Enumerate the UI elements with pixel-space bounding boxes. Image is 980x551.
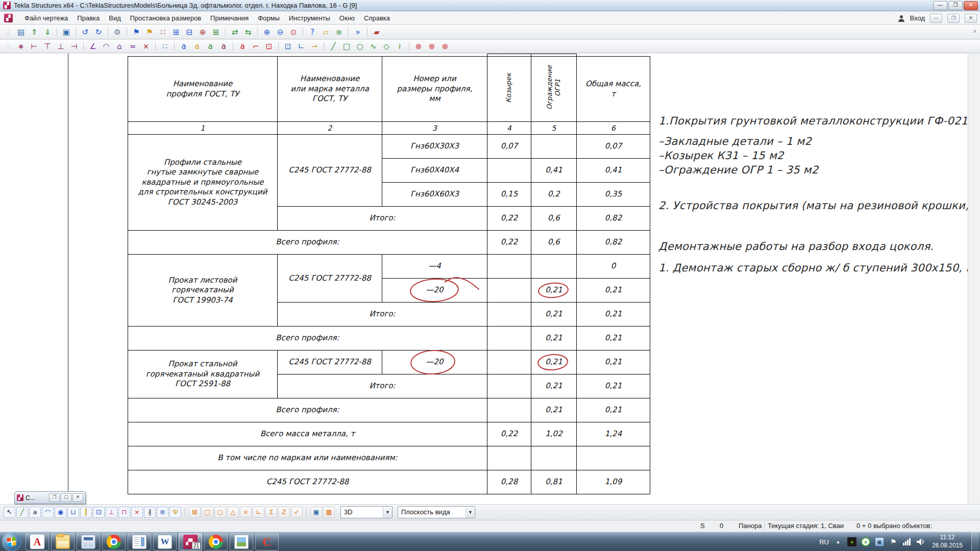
network-icon[interactable]	[902, 537, 912, 546]
spline-tool-icon[interactable]: ≀	[394, 41, 406, 52]
view-mode-select[interactable]: 3D	[340, 506, 393, 518]
taskbar-corel-draw-button[interactable]	[255, 533, 279, 550]
snap-confirm-icon[interactable]: ✓	[291, 507, 303, 518]
taskbar-calculator-button[interactable]	[77, 533, 100, 550]
snap-free-icon[interactable]: ╱	[16, 507, 28, 518]
child-minimize-button[interactable]	[930, 14, 942, 23]
mark-level-icon[interactable]: ⌂	[113, 41, 126, 52]
taskbar-photo-viewer-button[interactable]	[230, 533, 253, 550]
show-desktop-button[interactable]	[971, 532, 979, 551]
toolbar-overflow-chevron[interactable]: ›	[973, 27, 976, 35]
snap-cross-icon[interactable]: ×	[240, 507, 252, 518]
mark-arc-icon[interactable]: ◠	[100, 41, 112, 52]
fit-work-area-icon[interactable]: ⊞	[170, 27, 182, 38]
taskbar-explorer-button[interactable]	[51, 533, 75, 550]
taskbar-word-button[interactable]	[153, 533, 177, 550]
snap-intersection-icon[interactable]: ×	[131, 507, 143, 518]
dimension-add-icon[interactable]: ∗	[15, 41, 27, 52]
polygon-tool-icon[interactable]: ◇	[380, 41, 393, 52]
snap-corner-icon[interactable]: ∟	[253, 507, 264, 518]
snap-frame-icon[interactable]: ⊡	[93, 507, 105, 518]
origin-point-icon[interactable]: ⊕	[197, 27, 209, 38]
minimize-button[interactable]	[933, 1, 947, 10]
login-link[interactable]: Вход	[910, 14, 925, 22]
antivirus-tray-icon[interactable]	[861, 537, 870, 546]
hidden-icons-button[interactable]	[834, 537, 843, 546]
start-button[interactable]	[2, 532, 21, 551]
save-drawing-icon[interactable]: ⇓	[41, 27, 54, 38]
remote-app-tray-icon[interactable]	[875, 537, 884, 546]
text-frame-icon[interactable]: a	[217, 41, 230, 52]
dimension-vertical-icon[interactable]: ⊢	[28, 41, 40, 52]
mark-weld-icon[interactable]: ≈	[127, 41, 139, 52]
text-red-frame-icon[interactable]: ⊡	[263, 41, 275, 52]
view-plane-select[interactable]: Плоскость вида	[398, 506, 475, 518]
taskbar-chrome-button[interactable]	[102, 533, 126, 550]
zoom-out-icon[interactable]: ⊖	[274, 27, 286, 38]
mini-restore-button[interactable]	[49, 493, 60, 502]
drawing-wizard-icon[interactable]: ⚙	[111, 27, 124, 38]
dimension-horizontal-icon[interactable]: ⊤	[41, 41, 54, 52]
text-red-leader-icon[interactable]: ⌐	[250, 41, 262, 52]
drawing-list-icon[interactable]: ≡	[333, 27, 345, 38]
text-leader-icon[interactable]: a	[204, 41, 216, 52]
view-toggle-b-icon[interactable]: ▦	[323, 507, 335, 518]
dimension-remove-icon[interactable]: ⊣	[68, 41, 80, 52]
snap-bracket-icon[interactable]: ⊓	[118, 507, 130, 518]
snap-text-icon[interactable]: a	[29, 507, 41, 518]
menu-dimensioning[interactable]: Простановка размеров	[126, 13, 206, 23]
menu-annotations[interactable]: Примечания	[206, 13, 253, 23]
vertical-scrollbar[interactable]	[968, 54, 980, 504]
zoom-previous-icon[interactable]: ⊙	[287, 27, 300, 38]
volume-icon[interactable]	[916, 537, 925, 546]
mark-angle-icon[interactable]: ∠	[87, 41, 99, 52]
select-arrow-icon[interactable]: ↖	[4, 507, 15, 518]
snapshot-points-icon[interactable]: ∷	[157, 27, 169, 38]
undo-icon[interactable]: ↺	[79, 27, 91, 38]
unlink-all-icon[interactable]: ⊗	[439, 41, 451, 52]
open-model-folder-icon[interactable]: ▱	[320, 27, 332, 38]
new-drawing-icon[interactable]: ▤	[15, 27, 27, 38]
snap-gravity-icon[interactable]: ┃	[80, 507, 92, 518]
grid-dimension-icon[interactable]: ∷	[159, 41, 171, 52]
add-symbol-icon[interactable]: ⊞	[210, 27, 222, 38]
menu-window[interactable]: Окно	[335, 13, 359, 23]
menu-edit[interactable]: Правка	[72, 13, 104, 23]
menu-file[interactable]: Файл чертежа	[20, 13, 72, 23]
snap-reference-icon[interactable]: ◉	[55, 507, 66, 518]
screenshot-tool-icon[interactable]: ▰	[371, 27, 383, 38]
child-close-button[interactable]	[965, 14, 977, 23]
open-drawing-icon[interactable]: ⇑	[28, 27, 40, 38]
language-indicator[interactable]: RU	[819, 538, 829, 546]
rectangle-tool-icon[interactable]: □	[340, 41, 353, 52]
snap-any-icon[interactable]: Ψ	[169, 507, 181, 518]
unlink-group-icon[interactable]: ⊗	[426, 41, 438, 52]
circle-tool-icon[interactable]: ○	[354, 41, 366, 52]
taskbar-chrome-2-button[interactable]	[204, 533, 228, 550]
maximize-button[interactable]	[948, 1, 963, 10]
note-symbol-icon[interactable]: ⇀	[308, 41, 321, 52]
clock[interactable]: 11:12 26.08.2015	[932, 534, 963, 549]
menu-view[interactable]: Вид	[104, 13, 126, 23]
snap-triangle-icon[interactable]: △	[227, 507, 239, 518]
minimized-drawing-window[interactable]: C...	[14, 491, 86, 504]
zoom-in-icon[interactable]: ⊕	[261, 27, 273, 38]
context-help-icon[interactable]: ?	[306, 27, 318, 38]
status-divider[interactable]	[764, 521, 765, 531]
note-leader-icon[interactable]: ∟	[295, 41, 307, 52]
line-tool-icon[interactable]: ╱	[327, 41, 339, 52]
snap-square-icon[interactable]: □	[202, 507, 213, 518]
snap-circle-icon[interactable]: ○	[214, 507, 226, 518]
snap-perpendicular-icon[interactable]: ⊥	[106, 507, 117, 518]
text-along-line-icon[interactable]: a	[191, 41, 203, 52]
text-red-icon[interactable]: a	[236, 41, 249, 52]
menu-help[interactable]: Справка	[359, 13, 395, 23]
action-center-icon[interactable]	[889, 537, 898, 546]
nvidia-tray-icon[interactable]	[847, 537, 856, 546]
snap-arc-icon[interactable]: ◠	[42, 507, 54, 518]
unlink-one-icon[interactable]: ⊗	[412, 41, 425, 52]
mini-close-button[interactable]	[72, 493, 83, 502]
select-filter-icon[interactable]: ⚑	[130, 27, 142, 38]
highlight-filter-icon[interactable]: ⚑	[143, 27, 156, 38]
polyline-tool-icon[interactable]: ∿	[367, 41, 379, 52]
